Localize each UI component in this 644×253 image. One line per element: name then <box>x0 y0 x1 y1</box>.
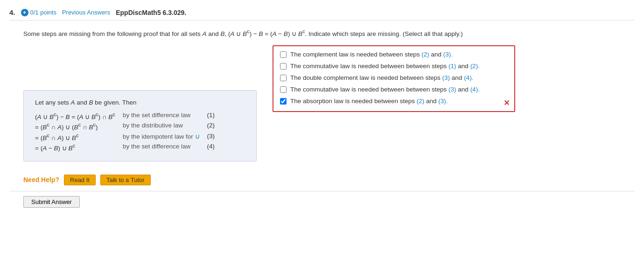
option-checkbox-1[interactable] <box>280 51 287 58</box>
talk-to-tutor-button[interactable]: Talk to a Tutor <box>100 175 151 185</box>
step-3-lhs: = (Bc ∩ A) ∪ Bc <box>35 132 119 142</box>
need-help-section: Need Help? Read It Talk to a Tutor <box>9 169 635 191</box>
option-checkbox-5[interactable] <box>280 98 287 105</box>
option-row-5: The absorption law is needed between ste… <box>280 98 508 105</box>
option-row-1: The complement law is needed between ste… <box>280 51 508 58</box>
points-label: 0/1 points <box>30 9 56 16</box>
step-3-reason: by the idempotent law for ∪ <box>119 132 203 142</box>
option-label-3[interactable]: The double complement law is needed betw… <box>290 74 473 81</box>
step-4-lhs: = (A − B) ∪ Bc <box>35 142 119 153</box>
need-help-label: Need Help? <box>23 176 59 183</box>
proof-step-2: = (Bc ∩ A) ∪ (Bc ∩ Bc) by the distributi… <box>35 121 218 132</box>
step-4-num: (4) <box>203 142 219 153</box>
option-label-1[interactable]: The complement law is needed between ste… <box>290 51 453 58</box>
submit-section: Submit Answer <box>9 191 635 212</box>
proof-step-3: = (Bc ∩ A) ∪ Bc by the idempotent law fo… <box>35 132 218 142</box>
step-1-reason: by the set difference law <box>119 111 203 121</box>
proof-step-1: (A ∪ Bc) − B = (A ∪ Bc) ∩ Bc by the set … <box>35 111 218 121</box>
options-box: The complement law is needed between ste… <box>273 45 515 112</box>
proof-step-4: = (A − B) ∪ Bc by the set difference law… <box>35 142 218 153</box>
option-label-5[interactable]: The absorption law is needed between ste… <box>290 98 448 105</box>
option-checkbox-2[interactable] <box>280 63 287 70</box>
previous-answers-link[interactable]: Previous Answers <box>62 9 110 16</box>
option-row-2: The commutative law is needed between be… <box>280 63 508 70</box>
plus-icon: + <box>21 9 28 16</box>
option-row-4: The commutative law is needed between be… <box>280 86 508 93</box>
step-1-num: (1) <box>203 111 219 121</box>
option-label-2[interactable]: The commutative law is needed between be… <box>290 63 480 70</box>
option-label-4[interactable]: The commutative law is needed between be… <box>290 86 480 93</box>
read-it-button[interactable]: Read It <box>64 175 96 185</box>
page-container: 4. + 0/1 points Previous Answers EppDisc… <box>0 0 644 217</box>
points-badge: + 0/1 points <box>21 9 56 16</box>
question-number: 4. <box>9 8 15 16</box>
proof-table: (A ∪ Bc) − B = (A ∪ Bc) ∩ Bc by the set … <box>35 111 218 153</box>
step-4-reason: by the set difference law <box>119 142 203 153</box>
option-checkbox-3[interactable] <box>280 75 287 81</box>
question-text: Some steps are missing from the followin… <box>9 27 635 39</box>
proof-intro: Let any sets A and B be given. Then <box>35 99 245 106</box>
problem-ref: EppDiscMath5 6.3.029. <box>116 9 186 16</box>
step-2-num: (2) <box>203 121 219 132</box>
option-checkbox-4[interactable] <box>280 86 287 93</box>
step-2-lhs: = (Bc ∩ A) ∪ (Bc ∩ Bc) <box>35 121 119 132</box>
proof-box: Let any sets A and B be given. Then (A ∪… <box>23 90 257 162</box>
step-2-reason: by the distributive law <box>119 121 203 132</box>
step-3-num: (3) <box>203 132 219 142</box>
question-header: 4. + 0/1 points Previous Answers EppDisc… <box>9 5 635 21</box>
step-1-lhs: (A ∪ Bc) − B = (A ∪ Bc) ∩ Bc <box>35 111 119 121</box>
incorrect-mark: ✕ <box>504 98 510 107</box>
option-row-3: The double complement law is needed betw… <box>280 74 508 81</box>
submit-answer-button[interactable]: Submit Answer <box>23 196 80 208</box>
